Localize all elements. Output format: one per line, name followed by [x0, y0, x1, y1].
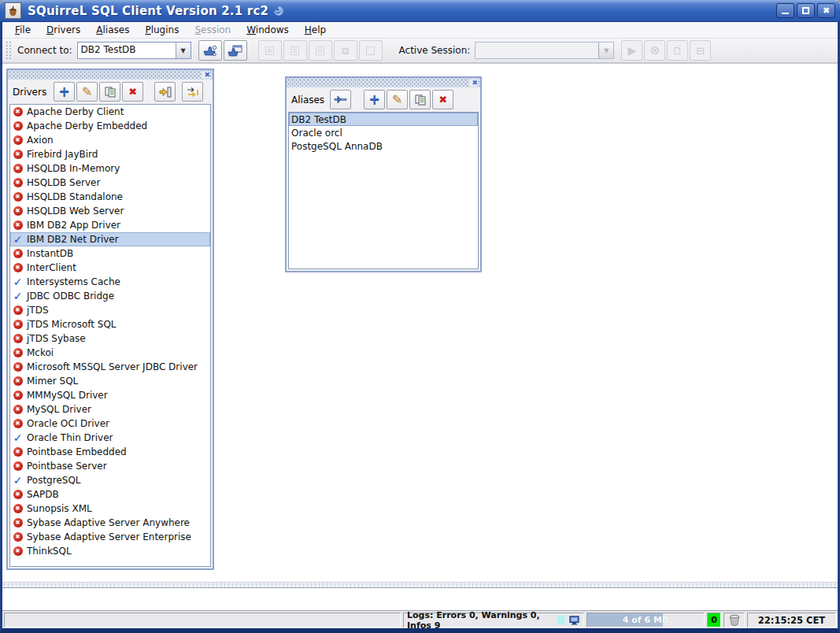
delete-alias-button[interactable]: ✖: [432, 90, 453, 109]
driver-row[interactable]: ✖HSQLDB Server: [10, 176, 210, 190]
driver-row[interactable]: ✓PostgreSQL: [10, 473, 210, 487]
minimize-icon: [782, 13, 789, 14]
driver-row[interactable]: ✖Oracle OCI Driver: [10, 416, 210, 431]
chevron-down-icon-disabled: ▼: [598, 43, 613, 58]
copy-alias-button[interactable]: [409, 90, 431, 109]
menu-item-drivers[interactable]: Drivers: [39, 22, 88, 38]
driver-row[interactable]: ✖InstantDB: [10, 246, 210, 261]
driver-row[interactable]: ✖jTDS: [10, 303, 210, 317]
driver-name: Firebird JayBird: [27, 149, 98, 160]
show-loaded-drivers-button[interactable]: [182, 82, 203, 102]
edit-alias-button[interactable]: ✎: [387, 90, 408, 109]
driver-row[interactable]: ✖Sybase Adaptive Server Enterprise: [10, 530, 210, 544]
tile-vertical-button: [309, 40, 332, 61]
connect-to-alias-button[interactable]: [330, 90, 351, 109]
driver-row[interactable]: ✖Sunopsis XML: [10, 502, 210, 516]
trash-icon: [728, 614, 741, 626]
driver-row[interactable]: ✖Sybase Adaptive Server Anywhere: [10, 516, 210, 530]
driver-row[interactable]: ✖ThinkSQL: [10, 544, 210, 558]
minimize-button[interactable]: [776, 3, 794, 18]
message-panel-grip[interactable]: [2, 582, 838, 587]
alias-row[interactable]: DB2 TestDB: [289, 113, 478, 126]
driver-error-icon: ✖: [13, 249, 23, 259]
driver-name: Pointbase Embedded: [27, 446, 127, 457]
title-bar: SQuirreL SQL Client Version 2.1 rc2 ✖: [0, 0, 840, 22]
connect-to-combobox[interactable]: DB2 TestDB ▼: [77, 42, 191, 59]
drivers-close-icon[interactable]: ✖: [202, 72, 210, 79]
driver-row[interactable]: ✖Mckoi: [10, 346, 210, 360]
menu-item-windows[interactable]: Windows: [239, 22, 297, 38]
maximize-session-button: [359, 40, 383, 61]
driver-row[interactable]: ✓Oracle Thin Driver: [10, 431, 210, 445]
driver-name: Sybase Adaptive Server Enterprise: [27, 531, 191, 542]
driver-row[interactable]: ✖Apache Derby Client: [10, 105, 210, 119]
window-frame: FileDriversAliasesPluginsSessionWindowsH…: [0, 22, 840, 633]
log-viewer-icon[interactable]: [569, 615, 580, 626]
driver-row[interactable]: ✖Pointbase Server: [10, 459, 210, 473]
alias-row[interactable]: Oracle orcl: [289, 126, 478, 139]
install-default-drivers-button[interactable]: [154, 82, 176, 102]
maximize-button[interactable]: [797, 3, 815, 18]
status-message-panel: [4, 613, 401, 627]
driver-ok-icon: ✓: [13, 277, 23, 287]
driver-error-icon: ✖: [13, 348, 23, 358]
close-button[interactable]: ✖: [817, 3, 835, 18]
driver-name: Pointbase Server: [27, 461, 107, 472]
driver-error-icon: ✖: [13, 405, 23, 415]
menu-item-aliases[interactable]: Aliases: [88, 22, 137, 38]
driver-row[interactable]: ✓JDBC ODBC Bridge: [10, 289, 210, 303]
aliases-list: DB2 TestDBOracle orclPostgeSQL AnnaDB: [288, 112, 479, 269]
driver-row[interactable]: ✖Mimer SQL: [10, 374, 210, 388]
driver-row[interactable]: ✓Intersystems Cache: [10, 275, 210, 289]
driver-name: Oracle OCI Driver: [27, 418, 109, 429]
driver-row[interactable]: ✖jTDS Sybase: [10, 331, 210, 346]
driver-row[interactable]: ✖HSQLDB In-Memory: [10, 161, 210, 176]
menu-item-file[interactable]: File: [7, 22, 39, 38]
clock-text: 22:15:25 CET: [758, 615, 825, 626]
drivers-window-titlebar[interactable]: ✖: [8, 70, 213, 80]
aliases-window-titlebar[interactable]: ✖: [287, 78, 480, 87]
driver-name: Sunopsis XML: [27, 503, 92, 514]
connect-session-button[interactable]: [224, 40, 247, 61]
window-title: SQuirreL SQL Client Version 2.1 rc2: [28, 4, 268, 18]
menu-item-plugins[interactable]: Plugins: [137, 22, 187, 38]
driver-row[interactable]: ✖Microsoft MSSQL Server JDBC Driver: [10, 360, 210, 374]
tree-icon: ⊟: [696, 46, 705, 56]
driver-row[interactable]: ✓IBM DB2 Net Driver: [10, 232, 210, 246]
driver-row[interactable]: ✖MMMySQL Driver: [10, 388, 210, 402]
driver-row[interactable]: ✖Firebird JayBird: [10, 147, 210, 161]
driver-row[interactable]: ✖HSQLDB Web Server: [10, 204, 210, 218]
driver-row[interactable]: ✖SAPDB: [10, 487, 210, 502]
alias-row[interactable]: PostgeSQL AnnaDB: [289, 139, 478, 153]
driver-row[interactable]: ✖InterClient: [10, 261, 210, 275]
object-tree-button: ⊟: [690, 40, 711, 61]
combo-arrow-button[interactable]: ▼: [176, 43, 191, 58]
driver-row[interactable]: ✖IBM DB2 App Driver: [10, 218, 210, 232]
add-driver-button[interactable]: +: [54, 82, 75, 102]
driver-error-icon: ✖: [13, 107, 23, 117]
driver-row[interactable]: ✖Apache Derby Embedded: [10, 119, 210, 133]
driver-row[interactable]: ✖jTDS Microsoft SQL: [10, 317, 210, 331]
menu-item-help[interactable]: Help: [297, 22, 334, 38]
edit-driver-button[interactable]: ✎: [76, 82, 98, 102]
driver-ok-icon: ✓: [13, 291, 23, 302]
driver-row[interactable]: ✖HSQLDB Standalone: [10, 190, 210, 204]
garbage-collect-button[interactable]: [723, 613, 745, 627]
driver-name: PostgreSQL: [27, 475, 81, 486]
alias-name: Oracle orcl: [291, 128, 342, 139]
menu-bar: FileDriversAliasesPluginsSessionWindowsH…: [2, 22, 838, 39]
driver-row[interactable]: ✖Axion: [10, 133, 210, 147]
driver-row[interactable]: ✖MySQL Driver: [10, 402, 210, 416]
aliases-close-icon[interactable]: ✖: [469, 80, 478, 87]
add-alias-button[interactable]: +: [364, 90, 385, 109]
active-session-label: Active Session:: [399, 45, 471, 56]
connect-to-value: DB2 TestDB: [78, 43, 176, 58]
driver-row[interactable]: ✖Pointbase Embedded: [10, 445, 210, 459]
driver-error-icon: ✖: [13, 518, 23, 528]
acorn-icon: [7, 5, 19, 17]
toolbar-grip[interactable]: [6, 41, 11, 60]
aliases-panel-title: Aliases: [291, 94, 324, 106]
delete-driver-button[interactable]: ✖: [122, 82, 143, 102]
copy-driver-button[interactable]: [99, 82, 120, 102]
connect-alias-button[interactable]: [198, 40, 222, 61]
